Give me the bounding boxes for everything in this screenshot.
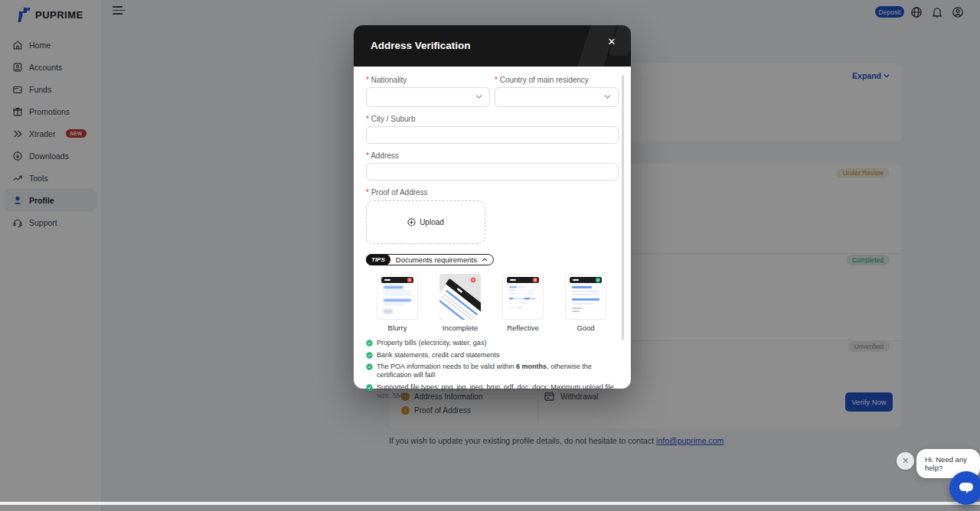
doc-example-incomplete-illustration xyxy=(439,274,481,320)
upload-plus-icon xyxy=(407,218,416,226)
modal-title: Address Verification xyxy=(371,40,471,51)
modal-header: Address Verification ✕ xyxy=(354,25,631,67)
country-label: Country of main residency xyxy=(495,76,619,84)
chevron-down-icon xyxy=(475,94,482,99)
document-examples: Blurry xyxy=(366,265,619,332)
tips-bullets: Property bills (electricity, water, gas)… xyxy=(366,339,619,400)
tip-bullet: Supported file types: png, jpg, jpeg, bm… xyxy=(366,383,619,400)
doc-example-label: Blurry xyxy=(388,324,407,332)
check-icon xyxy=(366,340,373,347)
check-icon xyxy=(366,363,373,370)
chat-close-icon[interactable]: ✕ xyxy=(897,452,914,470)
chat-launcher-button[interactable] xyxy=(949,471,980,505)
check-icon xyxy=(366,384,373,391)
doc-example-label: Good xyxy=(577,324,594,332)
address-verification-modal: Address Verification ✕ Nationality Count… xyxy=(354,25,631,389)
doc-example-reflective-illustration xyxy=(502,274,544,320)
tip-bullet: Property bills (electricity, water, gas) xyxy=(366,339,619,347)
horizontal-scrollbar[interactable] xyxy=(0,502,980,505)
city-label: City / Suburb xyxy=(366,115,619,123)
city-input[interactable] xyxy=(366,126,619,144)
tip-bullet: The POA information needs to be valid wi… xyxy=(366,363,619,379)
poa-label: Proof of Address xyxy=(366,188,619,197)
upload-dropzone[interactable]: Upload xyxy=(366,200,485,244)
address-input[interactable] xyxy=(366,163,619,181)
doc-example-blurry: Blurry xyxy=(377,274,418,332)
doc-example-blurry-illustration xyxy=(377,274,418,320)
address-label: Address xyxy=(366,151,619,160)
doc-example-good: Good xyxy=(565,274,606,332)
modal-body: Nationality Country of main residency Ci… xyxy=(354,67,631,389)
nationality-label: Nationality xyxy=(366,76,490,84)
nationality-select[interactable] xyxy=(366,87,490,107)
doc-example-label: Reflective xyxy=(507,324,539,332)
check-icon xyxy=(366,352,373,359)
doc-example-good-illustration xyxy=(565,274,606,320)
tips-badge: TIPS xyxy=(366,254,390,265)
country-select[interactable] xyxy=(495,87,619,107)
doc-example-incomplete: Incomplete xyxy=(439,274,481,332)
doc-example-reflective: Reflective xyxy=(502,274,544,332)
close-icon[interactable]: ✕ xyxy=(605,35,619,49)
chat-bubble-icon xyxy=(959,481,974,495)
doc-example-label: Incomplete xyxy=(443,324,478,332)
chevron-down-icon xyxy=(604,94,611,99)
modal-scrollbar[interactable] xyxy=(622,75,624,340)
tips-toggle[interactable]: TIPS Documents requirements xyxy=(366,254,494,265)
chevron-up-icon xyxy=(482,258,488,262)
tip-bullet: Bank statements, credit card statements xyxy=(366,351,619,360)
